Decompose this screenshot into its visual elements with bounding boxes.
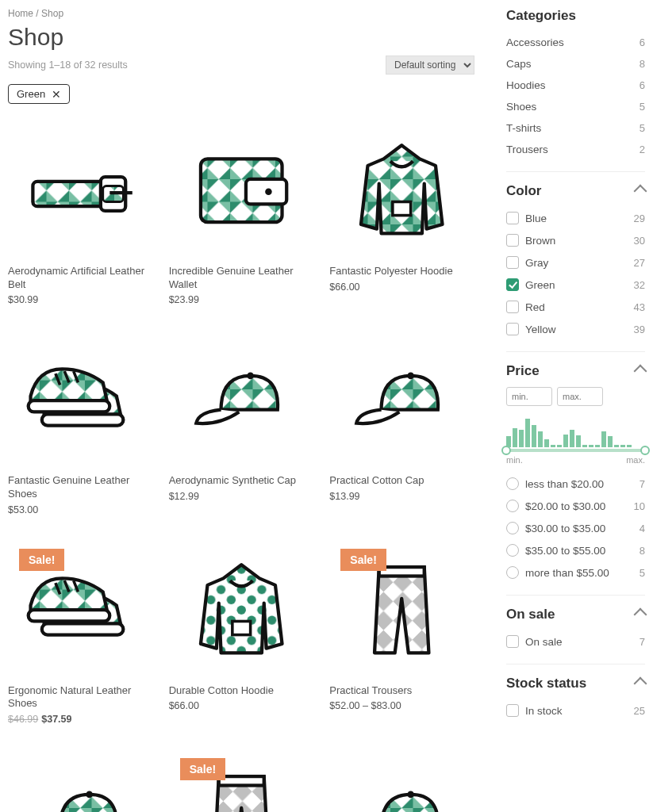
category-item[interactable]: Accessories6 bbox=[506, 32, 645, 53]
product-price: $53.00 bbox=[8, 504, 153, 515]
product-card[interactable] bbox=[329, 747, 474, 812]
sidebar-title-color: Color bbox=[506, 183, 541, 199]
product-price: $52.00 – $83.00 bbox=[329, 700, 474, 711]
belt-icon bbox=[24, 134, 136, 247]
chevron-up-icon[interactable] bbox=[634, 608, 647, 622]
product-card[interactable]: Aerodynamic Synthetic Cap $12.99 bbox=[169, 327, 314, 515]
product-card[interactable]: Sale! Practical Trousers $52.00 – $83.00 bbox=[329, 538, 474, 725]
checkbox-icon bbox=[506, 256, 519, 269]
slider-max-knob[interactable] bbox=[640, 446, 650, 455]
price-range-label: $30.00 to $35.00 bbox=[525, 523, 605, 534]
product-card[interactable]: Practical Cotton Cap $13.99 bbox=[329, 327, 474, 515]
product-card[interactable]: Sale! Ergonomic Natural Leather Shoes $4… bbox=[8, 538, 153, 725]
radio-icon bbox=[506, 500, 519, 512]
price-range-item[interactable]: $20.00 to $30.0010 bbox=[506, 495, 645, 517]
result-count: Showing 1–18 of 32 results bbox=[8, 59, 128, 71]
product-image bbox=[8, 327, 153, 473]
price-range-label: less than $20.00 bbox=[525, 478, 604, 490]
product-card[interactable] bbox=[8, 747, 153, 812]
radio-icon bbox=[506, 522, 519, 534]
sidebar-price: Price min. max. less than $20.007$20.00 … bbox=[506, 363, 645, 596]
product-card[interactable]: Fantastic Polyester Hoodie $66.00 bbox=[329, 118, 474, 305]
category-item[interactable]: Trousers2 bbox=[506, 139, 645, 160]
category-item[interactable]: Caps8 bbox=[506, 53, 645, 75]
price-min-input[interactable] bbox=[506, 387, 552, 406]
onsale-item[interactable]: On sale7 bbox=[506, 630, 645, 653]
radio-icon bbox=[506, 544, 519, 557]
color-label: Blue bbox=[525, 213, 547, 224]
color-count: 30 bbox=[634, 235, 645, 247]
product-price: $12.99 bbox=[169, 491, 314, 502]
price-range-label: $35.00 to $55.00 bbox=[525, 545, 605, 557]
product-card[interactable]: Aerodynamic Artificial Leather Belt $30.… bbox=[8, 118, 153, 305]
product-card[interactable]: Sale! bbox=[169, 747, 314, 812]
chevron-up-icon[interactable] bbox=[634, 677, 647, 691]
chevron-up-icon[interactable] bbox=[634, 185, 647, 198]
product-name: Durable Cotton Hoodie bbox=[169, 684, 314, 698]
product-image: Sale! bbox=[169, 747, 314, 812]
chevron-up-icon[interactable] bbox=[634, 365, 647, 378]
checkbox-icon bbox=[506, 635, 519, 648]
product-price: $13.99 bbox=[329, 491, 474, 502]
breadcrumb-home[interactable]: Home bbox=[8, 8, 33, 19]
price-range-item[interactable]: less than $20.007 bbox=[506, 473, 645, 495]
slider-min-knob[interactable] bbox=[501, 446, 511, 455]
shoes-icon bbox=[24, 344, 136, 457]
checkbox-icon bbox=[506, 278, 519, 291]
category-count: 2 bbox=[640, 144, 645, 155]
product-image bbox=[169, 327, 314, 473]
product-name: Aerodynamic Artificial Leather Belt bbox=[8, 265, 153, 292]
color-count: 39 bbox=[634, 324, 645, 335]
sidebar-onsale: On sale On sale7 bbox=[506, 607, 645, 665]
stock-item[interactable]: In stock25 bbox=[506, 699, 645, 722]
checkbox-icon bbox=[506, 301, 519, 313]
sort-select[interactable]: Default sorting bbox=[386, 56, 474, 75]
sidebar-title-categories: Categories bbox=[506, 8, 576, 24]
category-item[interactable]: Hoodies6 bbox=[506, 75, 645, 96]
category-item[interactable]: Shoes5 bbox=[506, 96, 645, 117]
checkbox-icon bbox=[506, 212, 519, 224]
category-label: Accessories bbox=[506, 36, 564, 48]
color-item[interactable]: Brown30 bbox=[506, 229, 645, 251]
price-range-item[interactable]: $30.00 to $35.004 bbox=[506, 517, 645, 539]
product-price: $30.99 bbox=[8, 294, 153, 305]
price-range-label: more than $55.00 bbox=[525, 567, 609, 579]
price-range-item[interactable]: $35.00 to $55.008 bbox=[506, 539, 645, 561]
category-item[interactable]: T-shirts5 bbox=[506, 117, 645, 139]
price-range-label: $20.00 to $30.00 bbox=[525, 500, 605, 512]
color-item[interactable]: Red43 bbox=[506, 296, 645, 318]
product-card[interactable]: Durable Cotton Hoodie $66.00 bbox=[169, 538, 314, 725]
checkbox-icon bbox=[506, 234, 519, 247]
price-slider[interactable] bbox=[506, 449, 645, 452]
product-card[interactable]: Incredible Genuine Leather Wallet $23.99 bbox=[169, 118, 314, 305]
color-label: Red bbox=[525, 301, 545, 313]
wallet-icon bbox=[185, 134, 298, 247]
color-item[interactable]: Blue29 bbox=[506, 207, 645, 229]
product-card[interactable]: Fantastic Genuine Leather Shoes $53.00 bbox=[8, 327, 153, 515]
color-label: Yellow bbox=[525, 324, 556, 335]
sidebar-categories: Categories Accessories6Caps8Hoodies6Shoe… bbox=[506, 8, 645, 172]
sale-badge: Sale! bbox=[180, 758, 225, 780]
category-count: 5 bbox=[640, 122, 645, 134]
product-name: Fantastic Genuine Leather Shoes bbox=[8, 474, 153, 501]
product-name: Ergonomic Natural Leather Shoes bbox=[8, 684, 153, 711]
product-image bbox=[329, 118, 474, 263]
cap-icon bbox=[345, 344, 458, 457]
checkbox-icon bbox=[506, 704, 519, 717]
cap-icon bbox=[185, 344, 298, 457]
price-max-input[interactable] bbox=[557, 387, 603, 406]
hoodie-icon bbox=[345, 134, 458, 247]
color-label: Brown bbox=[525, 235, 555, 247]
active-filter-chip-green[interactable]: Green ✕ bbox=[8, 84, 70, 104]
product-name: Aerodynamic Synthetic Cap bbox=[169, 474, 314, 488]
price-range-item[interactable]: more than $55.005 bbox=[506, 561, 645, 584]
color-label: Green bbox=[525, 279, 555, 291]
slider-max-label: max. bbox=[626, 455, 645, 465]
color-item[interactable]: Gray27 bbox=[506, 251, 645, 274]
category-count: 8 bbox=[640, 58, 645, 70]
product-image bbox=[169, 538, 314, 683]
color-item[interactable]: Green32 bbox=[506, 274, 645, 296]
color-item[interactable]: Yellow39 bbox=[506, 318, 645, 340]
color-label: Gray bbox=[525, 257, 548, 269]
price-histogram bbox=[506, 416, 645, 447]
